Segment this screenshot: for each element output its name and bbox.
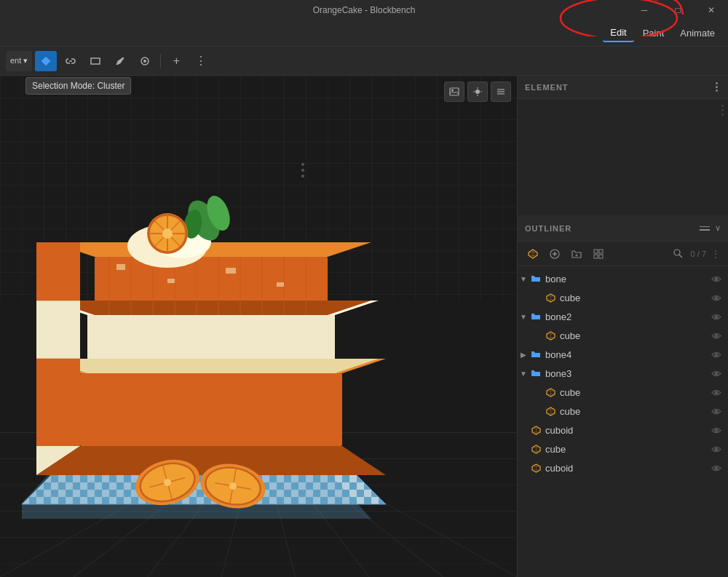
tree-item-cuboid2[interactable]: cuboid xyxy=(518,458,728,477)
tree-label-bone2-cube: cube xyxy=(560,330,708,341)
eye-icon xyxy=(711,294,721,302)
tree-toggle-bone[interactable]: ▼ xyxy=(518,273,529,284)
svg-rect-80 xyxy=(36,301,80,359)
eye-icon xyxy=(711,275,721,283)
tree-item-bone3-cube2[interactable]: cube xyxy=(518,402,728,421)
svg-rect-49 xyxy=(116,264,125,270)
outliner-count: 0 / 7 xyxy=(691,250,706,258)
search-button[interactable] xyxy=(669,244,688,263)
svg-line-104 xyxy=(679,255,682,258)
outliner-add-folder-button[interactable] xyxy=(567,244,586,263)
visibility-bone3-cube2[interactable] xyxy=(708,402,725,420)
svg-rect-51 xyxy=(226,268,236,274)
svg-rect-1 xyxy=(91,58,100,64)
svg-rect-101 xyxy=(594,255,598,258)
cube-icon-cuboid2 xyxy=(529,461,542,474)
visibility-cuboid1[interactable] xyxy=(708,421,725,439)
menu-edit[interactable]: Edit xyxy=(603,24,633,42)
outliner-add-button[interactable] xyxy=(545,244,564,263)
tree-item-bone-cube[interactable]: cube xyxy=(518,288,728,307)
viewport-menu-button[interactable] xyxy=(491,81,511,102)
outliner-add-cube-button[interactable] xyxy=(523,244,542,263)
svg-marker-38 xyxy=(51,242,371,257)
svg-rect-102 xyxy=(599,255,603,258)
tree-item-root-cube[interactable]: cube xyxy=(518,439,728,458)
folder-icon-bone3 xyxy=(529,367,542,380)
cube-icon-cuboid1 xyxy=(529,423,542,437)
title-bar: OrangeCake - Blockbench ─ □ ✕ xyxy=(0,0,728,20)
visibility-bone2[interactable] xyxy=(708,308,725,325)
maximize-button[interactable]: □ xyxy=(661,0,695,20)
tree-label-bone3: bone3 xyxy=(545,368,708,379)
folder-icon-bone4 xyxy=(529,348,542,361)
svg-rect-100 xyxy=(599,250,603,253)
outliner-menu-btn[interactable] xyxy=(700,226,710,231)
rect-tool-button[interactable] xyxy=(84,51,106,71)
visibility-bone-cube[interactable] xyxy=(708,289,725,306)
eye-icon xyxy=(711,313,721,321)
visibility-bone3[interactable] xyxy=(708,365,725,382)
tree-item-bone4[interactable]: ▶ bone4 xyxy=(518,345,728,364)
outliner-view-toggle-button[interactable] xyxy=(589,244,608,263)
svg-point-70 xyxy=(164,479,171,486)
outliner-collapse-btn[interactable]: ∨ xyxy=(715,223,721,233)
visibility-bone2-cube[interactable] xyxy=(708,327,725,344)
visibility-bone[interactable] xyxy=(708,270,725,287)
visibility-root-cube[interactable] xyxy=(708,440,725,458)
cube-icon-bone3-cube2 xyxy=(544,405,557,418)
tree-toggle-bone4[interactable]: ▶ xyxy=(518,349,529,360)
svg-point-103 xyxy=(674,250,680,255)
tree-item-bone2[interactable]: ▼ bone2 xyxy=(518,307,728,326)
tree-item-bone3-cube1[interactable]: cube xyxy=(518,383,728,402)
element-right-dots[interactable] xyxy=(720,105,725,116)
viewport-image-button[interactable] xyxy=(444,81,464,102)
image-icon xyxy=(449,87,459,97)
mode-dropdown[interactable]: ent ▾ xyxy=(6,51,32,71)
folder-icon-bone2 xyxy=(529,310,542,323)
tree-toggle-bone2[interactable]: ▼ xyxy=(518,311,529,322)
visibility-bone3-cube1[interactable] xyxy=(708,383,725,401)
select-cluster-button[interactable] xyxy=(35,51,57,71)
plus-circle-icon xyxy=(550,249,560,259)
outliner-dots-menu[interactable]: ⋮ xyxy=(709,244,722,263)
add-button[interactable]: + xyxy=(165,51,187,71)
more-button[interactable]: ⋮ xyxy=(190,51,212,71)
viewport-toolbar xyxy=(444,81,511,102)
svg-point-106 xyxy=(715,296,719,300)
tree-item-bone3[interactable]: ▼ bone3 xyxy=(518,364,728,383)
viewport-light-button[interactable] xyxy=(467,81,488,102)
eye-icon xyxy=(711,464,721,472)
viewport[interactable] xyxy=(0,76,517,577)
element-panel-body xyxy=(518,99,728,215)
eye-icon xyxy=(711,426,721,434)
tree-item-cuboid1[interactable]: cuboid xyxy=(518,421,728,439)
tree-item-bone[interactable]: ▼ bone xyxy=(518,269,728,288)
svg-point-114 xyxy=(715,447,719,451)
outliner-tree[interactable]: ▼ bone xyxy=(518,266,728,577)
menu-animate[interactable]: Animate xyxy=(673,25,722,41)
tree-toggle-bone3[interactable]: ▼ xyxy=(518,367,529,379)
visibility-bone4[interactable] xyxy=(708,346,725,363)
app-title: OrangeCake - Blockbench xyxy=(313,5,416,15)
element-header-actions xyxy=(713,79,721,95)
pencil-tool-button[interactable] xyxy=(109,51,131,71)
search-icon xyxy=(673,249,683,258)
svg-point-115 xyxy=(715,466,719,470)
svg-point-3 xyxy=(143,60,146,63)
circle-icon xyxy=(139,55,151,67)
menu-paint[interactable]: Paint xyxy=(636,25,672,41)
link-tool-button[interactable] xyxy=(60,51,82,71)
circle-tool-button[interactable] xyxy=(134,51,156,71)
eye-icon xyxy=(711,351,721,359)
close-button[interactable]: ✕ xyxy=(695,0,728,20)
cube-icon-bone3-cube1 xyxy=(544,386,557,399)
pencil-icon xyxy=(114,55,126,67)
visibility-cuboid2[interactable] xyxy=(708,459,725,477)
minimize-button[interactable]: ─ xyxy=(628,0,661,20)
outliner-header-right: ∨ xyxy=(700,223,721,233)
element-dots-menu[interactable] xyxy=(713,79,721,95)
outliner-section-header: OUTLINER ∨ xyxy=(518,215,728,242)
svg-point-113 xyxy=(715,429,719,432)
tree-item-bone2-cube[interactable]: cube xyxy=(518,326,728,345)
eye-icon xyxy=(711,332,721,340)
